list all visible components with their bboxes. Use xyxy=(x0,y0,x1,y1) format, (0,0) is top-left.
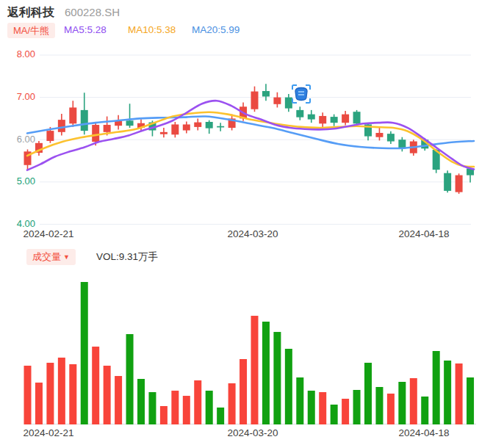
volume-bar[interactable] xyxy=(240,359,247,424)
candle[interactable] xyxy=(194,123,201,127)
volume-bar[interactable] xyxy=(194,380,201,424)
candle[interactable] xyxy=(331,117,338,123)
volume-bar[interactable] xyxy=(467,377,474,424)
candle[interactable] xyxy=(92,125,99,142)
legend-ma10: MA10:5.38 xyxy=(128,24,176,35)
volume-bar[interactable] xyxy=(35,383,43,424)
candle[interactable] xyxy=(217,126,224,128)
candle[interactable] xyxy=(262,91,270,96)
volume-bar[interactable] xyxy=(46,363,54,424)
candle[interactable] xyxy=(273,98,281,104)
volume-bar[interactable] xyxy=(433,351,440,424)
candle[interactable] xyxy=(81,110,88,131)
date-label: 2024-03-20 xyxy=(227,228,278,239)
current-volume-label: VOL:9.31万手 xyxy=(96,250,158,264)
y-axis-label: 6.00 xyxy=(17,134,35,145)
volume-bar[interactable] xyxy=(456,363,463,424)
marker-stamp-icon[interactable] xyxy=(291,84,312,105)
volume-bar[interactable] xyxy=(342,399,349,424)
volume-bar[interactable] xyxy=(262,322,270,424)
volume-bar[interactable] xyxy=(296,377,303,424)
date-label: 2024-03-20 xyxy=(227,427,278,438)
volume-bar[interactable] xyxy=(331,405,338,424)
ma-indicator-badge[interactable]: MA/牛熊 xyxy=(7,23,55,38)
volume-bar[interactable] xyxy=(171,391,179,424)
candle[interactable] xyxy=(126,120,134,126)
candle[interactable] xyxy=(319,116,326,123)
candle[interactable] xyxy=(160,132,168,134)
candle[interactable] xyxy=(251,92,259,109)
candle[interactable] xyxy=(387,134,395,141)
candle[interactable] xyxy=(171,124,179,134)
candle[interactable] xyxy=(308,115,315,120)
volume-bar[interactable] xyxy=(160,406,168,424)
y-axis-label: 5.00 xyxy=(17,176,35,187)
legend-ma5: MA5:5.28 xyxy=(64,24,107,35)
stock-chart-page: 返利科技 600228.SH MA/牛熊 MA5:5.28 MA10:5.38 … xyxy=(0,0,504,445)
legend-ma20: MA20:5.99 xyxy=(192,24,240,35)
dropdown-arrow-icon: ▼ xyxy=(63,253,70,261)
stock-name: 返利科技 xyxy=(7,5,54,21)
candle[interactable] xyxy=(69,107,76,123)
volume-bar[interactable] xyxy=(58,358,65,424)
candle[interactable] xyxy=(353,112,361,123)
candle[interactable] xyxy=(296,110,303,117)
candle[interactable] xyxy=(444,173,451,191)
volume-bar[interactable] xyxy=(24,366,32,424)
volume-bar[interactable] xyxy=(444,361,451,424)
volume-bar[interactable] xyxy=(398,382,406,424)
price-candlestick-chart[interactable]: 8.007.006.005.004.00 xyxy=(0,44,504,228)
candle[interactable] xyxy=(456,176,463,192)
volume-bar[interactable] xyxy=(273,332,281,424)
volume-bar[interactable] xyxy=(375,387,383,424)
volume-bar[interactable] xyxy=(69,364,76,424)
candle[interactable] xyxy=(46,131,54,141)
volume-bar[interactable] xyxy=(183,396,190,424)
candle[interactable] xyxy=(342,115,349,123)
volume-bar[interactable] xyxy=(92,347,99,424)
volume-bar[interactable] xyxy=(126,334,134,424)
volume-bar[interactable] xyxy=(421,397,428,424)
candle[interactable] xyxy=(58,120,65,132)
volume-bar[interactable] xyxy=(410,378,417,424)
volume-bar[interactable] xyxy=(364,363,372,424)
volume-bar[interactable] xyxy=(115,376,122,424)
y-axis-label: 7.00 xyxy=(17,91,35,102)
date-label: 2024-04-18 xyxy=(398,427,449,438)
volume-bar[interactable] xyxy=(217,408,224,424)
date-label: 2024-04-18 xyxy=(398,228,449,239)
y-axis-label: 8.00 xyxy=(17,48,35,59)
volume-bar-chart[interactable] xyxy=(0,270,504,424)
candle[interactable] xyxy=(183,124,190,130)
candle[interactable] xyxy=(375,133,383,137)
volume-bar[interactable] xyxy=(285,349,292,424)
stock-code: 600228.SH xyxy=(65,6,120,18)
volume-bar[interactable] xyxy=(319,392,326,424)
volume-bar[interactable] xyxy=(137,379,145,424)
date-label: 2024-02-21 xyxy=(23,427,73,438)
volume-bar[interactable] xyxy=(228,383,236,424)
date-label: 2024-02-21 xyxy=(23,228,73,239)
volume-bar[interactable] xyxy=(81,282,88,424)
volume-bar[interactable] xyxy=(148,392,156,424)
volume-bar[interactable] xyxy=(206,391,213,424)
volume-bar[interactable] xyxy=(387,394,395,424)
candle[interactable] xyxy=(206,122,213,129)
volume-indicator-badge[interactable]: 成交量▼ xyxy=(26,249,76,265)
candle[interactable] xyxy=(104,125,111,132)
y-axis-label: 4.00 xyxy=(17,218,35,228)
volume-bar[interactable] xyxy=(104,366,111,424)
volume-bar[interactable] xyxy=(251,316,259,424)
volume-badge-label: 成交量 xyxy=(32,251,61,262)
volume-bar[interactable] xyxy=(308,391,315,424)
volume-bar[interactable] xyxy=(353,390,361,424)
